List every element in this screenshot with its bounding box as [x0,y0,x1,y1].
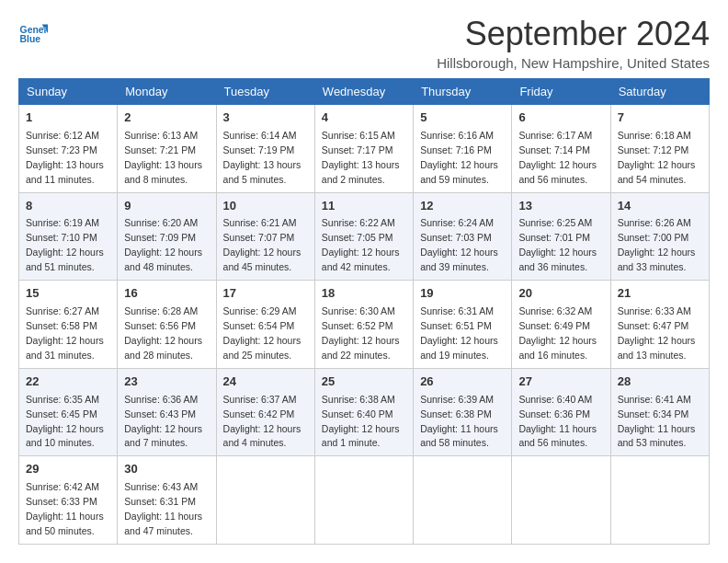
day-cell-7: 7Sunrise: 6:18 AMSunset: 7:12 PMDaylight… [610,105,709,193]
day-number-22: 22 [26,373,110,391]
day-info-5: Sunrise: 6:16 AMSunset: 7:16 PMDaylight:… [420,130,498,185]
day-info-21: Sunrise: 6:33 AMSunset: 6:47 PMDaylight:… [618,305,696,361]
day-info-15: Sunrise: 6:27 AMSunset: 6:58 PMDaylight:… [26,305,104,361]
day-cell-1: 1Sunrise: 6:12 AMSunset: 7:23 PMDaylight… [19,105,118,193]
day-info-18: Sunrise: 6:30 AMSunset: 6:52 PMDaylight:… [322,305,400,361]
logo-icon: General Blue [18,18,48,48]
day-info-4: Sunrise: 6:15 AMSunset: 7:17 PMDaylight:… [322,130,400,185]
week-row-5: 29Sunrise: 6:42 AMSunset: 6:33 PMDayligh… [19,456,710,545]
day-info-27: Sunrise: 6:40 AMSunset: 6:36 PMDaylight:… [518,394,597,449]
day-number-25: 25 [322,373,406,391]
day-cell-13: 13Sunrise: 6:25 AMSunset: 7:01 PMDayligh… [512,192,610,281]
day-number-18: 18 [322,285,406,303]
week-row-1: 1Sunrise: 6:12 AMSunset: 7:23 PMDaylight… [19,105,710,193]
day-info-1: Sunrise: 6:12 AMSunset: 7:23 PMDaylight:… [26,130,104,185]
day-cell-5: 5Sunrise: 6:16 AMSunset: 7:16 PMDaylight… [414,105,512,193]
day-number-19: 19 [420,285,505,303]
day-cell-12: 12Sunrise: 6:24 AMSunset: 7:03 PMDayligh… [414,192,512,281]
day-info-11: Sunrise: 6:22 AMSunset: 7:05 PMDaylight:… [322,217,400,272]
day-number-10: 10 [223,198,308,215]
day-number-3: 3 [223,109,308,127]
calendar-table: SundayMondayTuesdayWednesdayThursdayFrid… [18,78,710,545]
day-number-6: 6 [518,109,603,127]
day-info-19: Sunrise: 6:31 AMSunset: 6:51 PMDaylight:… [420,305,498,361]
day-info-20: Sunrise: 6:32 AMSunset: 6:49 PMDaylight:… [518,305,597,361]
day-cell-21: 21Sunrise: 6:33 AMSunset: 6:47 PMDayligh… [610,281,709,369]
col-header-wednesday: Wednesday [314,79,413,105]
day-number-13: 13 [518,198,603,215]
day-cell-18: 18Sunrise: 6:30 AMSunset: 6:52 PMDayligh… [314,281,413,369]
day-number-1: 1 [26,109,110,127]
header: General Blue September 2024 Hillsborough… [18,15,710,71]
week-row-3: 15Sunrise: 6:27 AMSunset: 6:58 PMDayligh… [19,281,710,369]
day-info-22: Sunrise: 6:35 AMSunset: 6:45 PMDaylight:… [26,394,104,449]
day-number-20: 20 [518,285,603,303]
day-cell-16: 16Sunrise: 6:28 AMSunset: 6:56 PMDayligh… [118,281,216,369]
day-number-26: 26 [420,373,505,391]
day-number-4: 4 [322,109,406,127]
empty-cell [216,456,314,545]
week-row-4: 22Sunrise: 6:35 AMSunset: 6:45 PMDayligh… [19,368,710,456]
week-row-2: 8Sunrise: 6:19 AMSunset: 7:10 PMDaylight… [19,192,710,281]
day-info-3: Sunrise: 6:14 AMSunset: 7:19 PMDaylight:… [223,130,301,185]
day-number-16: 16 [124,285,209,303]
day-number-9: 9 [124,198,209,215]
day-cell-23: 23Sunrise: 6:36 AMSunset: 6:43 PMDayligh… [118,368,216,456]
day-number-24: 24 [223,373,308,391]
col-header-tuesday: Tuesday [216,79,314,105]
day-number-15: 15 [26,285,110,303]
day-info-2: Sunrise: 6:13 AMSunset: 7:21 PMDaylight:… [124,130,202,185]
col-header-saturday: Saturday [610,79,709,105]
col-header-thursday: Thursday [414,79,512,105]
day-cell-11: 11Sunrise: 6:22 AMSunset: 7:05 PMDayligh… [314,192,413,281]
svg-text:Blue: Blue [20,34,41,44]
day-info-9: Sunrise: 6:20 AMSunset: 7:09 PMDaylight:… [124,217,202,272]
day-number-5: 5 [420,109,505,127]
day-number-8: 8 [26,198,110,215]
title-area: September 2024 Hillsborough, New Hampshi… [437,15,710,71]
day-info-6: Sunrise: 6:17 AMSunset: 7:14 PMDaylight:… [518,130,597,185]
col-header-friday: Friday [512,79,610,105]
day-number-12: 12 [420,198,505,215]
day-number-2: 2 [124,109,209,127]
empty-cell [512,456,610,545]
day-number-30: 30 [124,461,209,478]
day-info-12: Sunrise: 6:24 AMSunset: 7:03 PMDaylight:… [420,217,498,272]
day-info-17: Sunrise: 6:29 AMSunset: 6:54 PMDaylight:… [223,305,301,361]
header-row: SundayMondayTuesdayWednesdayThursdayFrid… [19,79,710,105]
day-info-16: Sunrise: 6:28 AMSunset: 6:56 PMDaylight:… [124,305,202,361]
day-number-29: 29 [26,461,110,478]
day-cell-26: 26Sunrise: 6:39 AMSunset: 6:38 PMDayligh… [414,368,512,456]
day-number-17: 17 [223,285,308,303]
empty-cell [610,456,709,545]
day-info-30: Sunrise: 6:43 AMSunset: 6:31 PMDaylight:… [124,481,202,536]
empty-cell [314,456,413,545]
day-number-23: 23 [124,373,209,391]
col-header-monday: Monday [118,79,216,105]
day-cell-6: 6Sunrise: 6:17 AMSunset: 7:14 PMDaylight… [512,105,610,193]
col-header-sunday: Sunday [19,79,118,105]
day-number-14: 14 [618,198,702,215]
day-cell-30: 30Sunrise: 6:43 AMSunset: 6:31 PMDayligh… [118,456,216,545]
day-info-24: Sunrise: 6:37 AMSunset: 6:42 PMDaylight:… [223,394,301,449]
day-cell-15: 15Sunrise: 6:27 AMSunset: 6:58 PMDayligh… [19,281,118,369]
day-cell-22: 22Sunrise: 6:35 AMSunset: 6:45 PMDayligh… [19,368,118,456]
day-cell-4: 4Sunrise: 6:15 AMSunset: 7:17 PMDaylight… [314,105,413,193]
day-number-7: 7 [618,109,702,127]
day-cell-17: 17Sunrise: 6:29 AMSunset: 6:54 PMDayligh… [216,281,314,369]
day-cell-25: 25Sunrise: 6:38 AMSunset: 6:40 PMDayligh… [314,368,413,456]
month-title: September 2024 [437,15,710,53]
logo: General Blue [18,18,48,48]
day-cell-27: 27Sunrise: 6:40 AMSunset: 6:36 PMDayligh… [512,368,610,456]
day-info-25: Sunrise: 6:38 AMSunset: 6:40 PMDaylight:… [322,394,400,449]
day-info-7: Sunrise: 6:18 AMSunset: 7:12 PMDaylight:… [618,130,696,185]
day-cell-19: 19Sunrise: 6:31 AMSunset: 6:51 PMDayligh… [414,281,512,369]
day-info-10: Sunrise: 6:21 AMSunset: 7:07 PMDaylight:… [223,217,301,272]
day-cell-28: 28Sunrise: 6:41 AMSunset: 6:34 PMDayligh… [610,368,709,456]
day-cell-9: 9Sunrise: 6:20 AMSunset: 7:09 PMDaylight… [118,192,216,281]
day-info-8: Sunrise: 6:19 AMSunset: 7:10 PMDaylight:… [26,217,104,272]
day-info-23: Sunrise: 6:36 AMSunset: 6:43 PMDaylight:… [124,394,202,449]
day-info-29: Sunrise: 6:42 AMSunset: 6:33 PMDaylight:… [26,481,104,536]
day-number-11: 11 [322,198,406,215]
day-info-13: Sunrise: 6:25 AMSunset: 7:01 PMDaylight:… [518,217,597,272]
